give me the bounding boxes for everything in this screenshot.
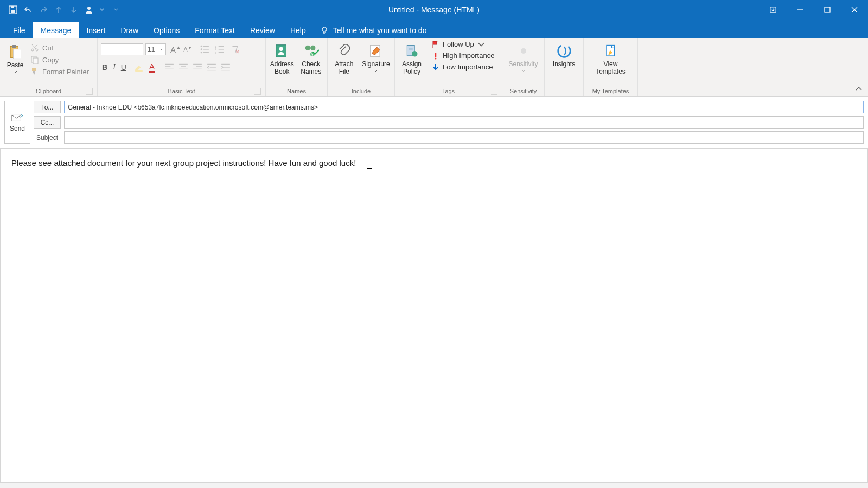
align-right-icon[interactable]: [193, 62, 202, 72]
group-basic-text: 11 A▲ A▼ 123 B I U A: [98, 38, 266, 96]
ribbon: Paste Cut Copy Format Painter Cli: [0, 38, 868, 97]
increase-indent-icon[interactable]: [221, 62, 231, 72]
svg-point-3: [87, 7, 91, 10]
font-size-combobox[interactable]: 11: [145, 43, 166, 55]
follow-up-label: Follow Up: [443, 40, 474, 48]
copy-label: Copy: [42, 56, 59, 64]
tab-insert[interactable]: Insert: [79, 22, 113, 38]
attach-file-button[interactable]: Attach File: [331, 40, 358, 76]
follow-up-button[interactable]: Follow Up: [432, 40, 494, 48]
down-arrow-icon[interactable]: [69, 5, 78, 14]
up-arrow-icon[interactable]: [54, 5, 63, 14]
ribbon-display-options-icon[interactable]: [760, 0, 787, 20]
svg-point-50: [310, 46, 315, 50]
tab-help[interactable]: Help: [283, 22, 314, 38]
svg-rect-1: [11, 10, 15, 13]
view-templates-button[interactable]: View Templates: [592, 40, 630, 76]
send-label: Send: [10, 125, 25, 132]
to-field[interactable]: [64, 101, 864, 113]
dialog-launcher-icon[interactable]: [254, 88, 261, 95]
qat-dropdown-icon[interactable]: [100, 5, 104, 14]
svg-text:@: @: [310, 52, 315, 57]
font-name-combobox[interactable]: [101, 43, 143, 55]
check-names-button[interactable]: @ Check Names: [298, 40, 324, 76]
minimize-button[interactable]: [787, 0, 814, 20]
qat-customize-icon[interactable]: [114, 5, 118, 14]
person-icon[interactable]: [85, 5, 93, 14]
subject-field[interactable]: [64, 131, 864, 144]
to-button[interactable]: To...: [34, 101, 61, 113]
svg-point-49: [305, 46, 310, 50]
tab-file[interactable]: File: [5, 22, 33, 38]
tab-message[interactable]: Message: [33, 22, 79, 38]
svg-rect-17: [33, 58, 38, 64]
collapse-ribbon-icon[interactable]: [855, 85, 863, 93]
group-include-label: Include: [352, 88, 371, 94]
svg-point-15: [36, 49, 38, 51]
align-center-icon[interactable]: [178, 62, 188, 72]
tell-me-search[interactable]: Tell me what you want to do: [314, 23, 433, 38]
address-book-button[interactable]: Address Book: [269, 40, 295, 76]
svg-point-60: [558, 45, 570, 57]
numbering-icon[interactable]: 123: [215, 44, 225, 54]
tab-review[interactable]: Review: [242, 22, 283, 38]
shrink-font-icon[interactable]: A▼: [183, 46, 192, 54]
clear-formatting-icon[interactable]: [230, 44, 240, 54]
italic-button[interactable]: I: [113, 63, 116, 72]
window-controls: [760, 0, 868, 20]
highlight-icon[interactable]: [134, 62, 144, 72]
signature-button[interactable]: Signature: [361, 40, 391, 72]
title-bar: Untitled - Message (HTML): [0, 0, 868, 20]
close-button[interactable]: [841, 0, 868, 20]
send-button[interactable]: Send: [4, 101, 30, 144]
svg-rect-31: [135, 70, 143, 72]
message-body[interactable]: Please see attached document for your ne…: [0, 149, 868, 483]
maximize-button[interactable]: [814, 0, 841, 20]
cc-button[interactable]: Cc...: [34, 116, 61, 129]
view-templates-label: View Templates: [596, 61, 626, 76]
svg-rect-13: [14, 49, 21, 59]
cut-button[interactable]: Cut: [30, 43, 89, 52]
format-painter-button[interactable]: Format Painter: [30, 67, 89, 76]
dialog-launcher-icon[interactable]: [86, 88, 93, 95]
sensitivity-icon: [515, 42, 532, 60]
high-importance-button[interactable]: High Importance: [432, 52, 494, 60]
grow-font-icon[interactable]: A▲: [168, 44, 181, 54]
underline-button[interactable]: U: [121, 63, 126, 72]
group-clipboard-label: Clipboard: [36, 88, 61, 94]
save-icon[interactable]: [9, 5, 17, 14]
tab-format-text[interactable]: Format Text: [187, 22, 242, 38]
decrease-indent-icon[interactable]: [207, 62, 216, 72]
redo-icon[interactable]: [39, 5, 48, 14]
sensitivity-button[interactable]: Sensitivity: [506, 40, 541, 72]
svg-point-58: [435, 57, 437, 59]
tab-options[interactable]: Options: [146, 22, 187, 38]
address-book-icon: [273, 42, 291, 60]
group-names-label: Names: [287, 88, 306, 94]
svg-point-56: [412, 51, 418, 57]
check-names-icon: @: [302, 42, 320, 60]
policy-icon: [403, 42, 420, 60]
paste-button[interactable]: Paste: [3, 41, 27, 73]
insights-button[interactable]: Insights: [550, 40, 578, 68]
cc-field[interactable]: [64, 116, 864, 129]
tab-draw[interactable]: Draw: [113, 22, 146, 38]
copy-button[interactable]: Copy: [30, 55, 89, 64]
text-cursor: [369, 157, 369, 168]
window-title: Untitled - Message (HTML): [388, 5, 480, 14]
align-left-icon[interactable]: [164, 62, 174, 72]
group-insights: Insights: [545, 38, 584, 96]
low-importance-button[interactable]: Low Importance: [432, 63, 494, 71]
subject-label: Subject: [34, 134, 61, 142]
high-importance-label: High Importance: [443, 52, 494, 60]
group-basic-text-label: Basic Text: [168, 88, 195, 94]
chevron-down-icon: [374, 69, 378, 72]
undo-icon[interactable]: [24, 5, 33, 14]
assign-policy-label: Assign Policy: [402, 61, 422, 76]
assign-policy-button[interactable]: Assign Policy: [398, 40, 425, 76]
tell-me-label: Tell me what you want to do: [333, 26, 427, 35]
dialog-launcher-icon[interactable]: [491, 88, 497, 95]
bullets-icon[interactable]: [200, 44, 209, 54]
bold-button[interactable]: B: [102, 63, 107, 72]
font-color-icon[interactable]: A: [149, 62, 155, 73]
